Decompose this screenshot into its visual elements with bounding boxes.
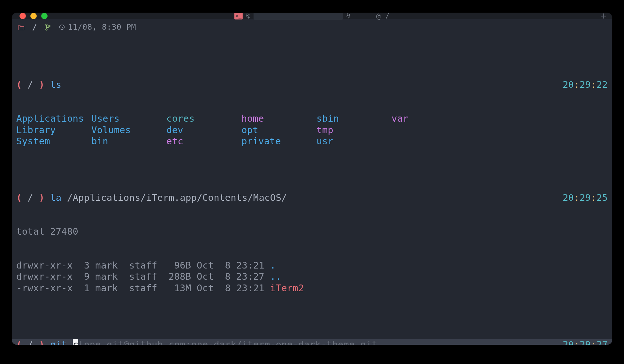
ls-entry: usr	[316, 136, 392, 147]
ls-entry: var	[392, 113, 467, 124]
la-row: drwxr-xr-x 9 mark staff 288B Oct 8 23:27…	[16, 271, 608, 282]
prompt-close: )	[39, 339, 45, 345]
status-datetime: 11/08, 8:30 PM	[59, 22, 136, 32]
new-tab-button[interactable]: +	[601, 13, 606, 22]
clock-icon	[59, 24, 65, 30]
ls-entry: Users	[91, 113, 166, 124]
ls-entry: tmp	[316, 125, 392, 136]
prompt-open: (	[16, 79, 22, 90]
prompt-close: )	[39, 192, 45, 203]
prompt-line: ( / ) la /Applications/iTerm.app/Content…	[16, 192, 608, 203]
prompt-open: (	[16, 192, 22, 203]
ls-entry: bin	[91, 136, 166, 147]
git-branch-icon	[45, 22, 51, 32]
command-text: ls	[50, 79, 61, 90]
ls-entry	[392, 136, 467, 147]
ls-entry: System	[16, 136, 91, 147]
terminal-body[interactable]: ( / ) ls 20:29:22 ApplicationsUserscores…	[12, 34, 612, 345]
ls-entry: Applications	[16, 113, 91, 124]
command-text: git	[50, 339, 73, 345]
zoom-button[interactable]	[41, 13, 48, 19]
ls-entry: Volumes	[91, 125, 166, 136]
prompt-path: /	[27, 192, 33, 203]
window-controls	[12, 13, 48, 19]
timestamp: 20:29:27	[563, 339, 608, 345]
titlebar: >_ ↯ ↯ @ / +	[12, 13, 612, 19]
prompt-close: )	[39, 79, 45, 90]
ls-entry: private	[241, 136, 316, 147]
status-datetime-text: 11/08, 8:30 PM	[68, 22, 136, 32]
cursor: c	[73, 339, 79, 345]
terminal-window: >_ ↯ ↯ @ / + / 11/08, 8:30 PM ( / ) ls 2…	[12, 13, 612, 345]
title-path: @ /	[376, 13, 390, 20]
svg-point-1	[46, 29, 47, 30]
ls-entry: home	[241, 113, 316, 124]
ls-entry: etc	[166, 136, 241, 147]
status-path: /	[32, 22, 37, 32]
prompt-line-active[interactable]: ( / ) git clone git@github.com:one-dark/…	[12, 339, 612, 345]
status-bar: / 11/08, 8:30 PM	[12, 19, 612, 34]
la-output: drwxr-xr-x 3 mark staff 96B Oct 8 23:21 …	[16, 260, 608, 294]
window-title: >_ ↯ ↯ @ /	[234, 13, 390, 20]
svg-point-0	[46, 24, 47, 26]
timestamp: 20:29:25	[563, 192, 608, 203]
title-arrow-left-icon: ↯	[246, 13, 250, 20]
ls-entry: dev	[166, 125, 241, 136]
close-button[interactable]	[19, 13, 26, 19]
autosuggestion: lone git@github.com:one-dark/iterm-one-d…	[78, 339, 377, 345]
folder-icon	[18, 22, 25, 32]
ls-entry	[392, 125, 467, 136]
svg-point-2	[49, 25, 50, 27]
terminal-icon: >_	[234, 13, 243, 19]
timestamp: 20:29:22	[563, 79, 608, 90]
la-row: drwxr-xr-x 3 mark staff 96B Oct 8 23:21 …	[16, 260, 608, 271]
ls-entry: cores	[166, 113, 241, 124]
prompt-open: (	[16, 339, 22, 345]
prompt-path: /	[27, 79, 33, 90]
la-total: total 27480	[16, 226, 608, 237]
ls-entry: Library	[16, 125, 91, 136]
la-row: -rwxr-xr-x 1 mark staff 13M Oct 8 23:21 …	[16, 283, 608, 294]
command-text: la	[50, 192, 61, 203]
prompt-line: ( / ) ls 20:29:22	[16, 79, 608, 90]
ls-entry: opt	[241, 125, 316, 136]
prompt-path: /	[27, 339, 33, 345]
command-arg: /Applications/iTerm.app/Contents/MacOS/	[67, 192, 287, 203]
ls-entry: sbin	[316, 113, 392, 124]
minimize-button[interactable]	[30, 13, 37, 19]
title-field	[254, 13, 343, 20]
ls-output: ApplicationsUserscoreshomesbinvarLibrary…	[16, 113, 608, 147]
title-arrow-right-icon: ↯	[346, 13, 351, 20]
